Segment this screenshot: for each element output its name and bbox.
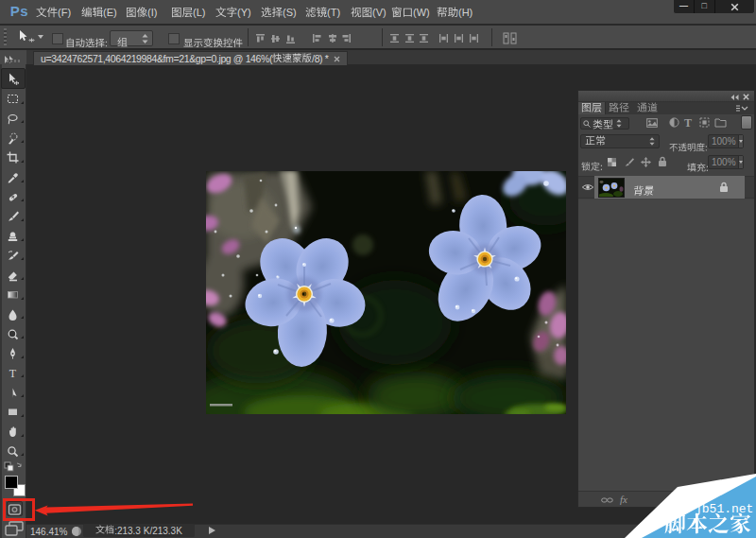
svg-text:T: T	[9, 367, 17, 379]
